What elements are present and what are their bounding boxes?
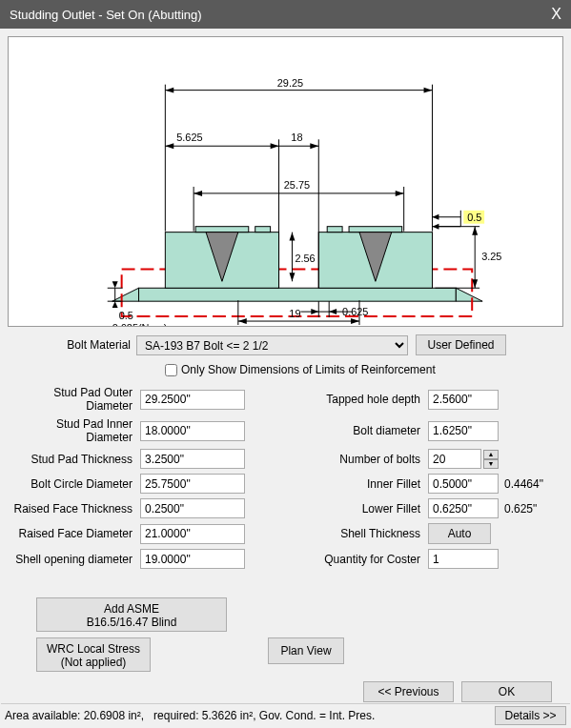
dim-bc: 25.75 (284, 179, 310, 191)
stud-pad-inner-label: Stud Pad Inner Diameter (8, 417, 136, 444)
dim-lower-fillet: 0.625 (342, 306, 368, 317)
raised-thick-input[interactable] (140, 498, 245, 518)
dim-h-pad: 3.25 (481, 251, 501, 262)
dim-tap: 2.56 (295, 253, 315, 264)
svg-marker-55 (351, 318, 359, 324)
dim-inner: 18 (291, 131, 302, 143)
bolt-material-select[interactable]: SA-193 B7 Bolt <= 2 1/2 (136, 335, 408, 355)
shell-thick-auto-button[interactable]: Auto (428, 523, 491, 544)
svg-marker-52 (329, 309, 336, 314)
raised-dia-input[interactable] (140, 524, 245, 544)
inner-fillet-calc: 0.4464" (502, 477, 548, 491)
svg-marker-19 (271, 143, 279, 149)
num-bolts-label: Number of bolts (310, 453, 424, 466)
details-button[interactable]: Details >> (495, 706, 566, 725)
dim-outer: 29.25 (277, 77, 303, 89)
wrc-local-stress-button[interactable]: WRC Local Stress (Not applied) (36, 637, 151, 672)
tap-depth-input[interactable] (428, 390, 499, 410)
svg-marker-37 (289, 273, 295, 281)
dim-raised: 0.5 (119, 310, 133, 321)
diagram-svg: 29.25 5.625 18 25.75 0.5 (9, 37, 562, 326)
stud-pad-inner-input[interactable] (140, 421, 245, 441)
dim-highlighted: 0.5 (467, 212, 481, 223)
window-title: Studding Outlet - Set On (Abutting) (10, 8, 202, 22)
close-icon[interactable]: X (551, 6, 561, 23)
bolt-dia-input[interactable] (428, 421, 499, 441)
raised-thick-label: Raised Face Thickness (8, 502, 136, 516)
raised-dia-label: Raised Face Diameter (8, 527, 136, 540)
previous-button[interactable]: << Previous (363, 681, 454, 702)
content-area: 29.25 5.625 18 25.75 0.5 (0, 29, 571, 728)
svg-marker-13 (165, 88, 173, 93)
svg-rect-5 (195, 227, 249, 233)
bolt-material-label: Bolt Material (8, 338, 136, 352)
titlebar: Studding Outlet - Set On (Abutting) X (0, 0, 571, 29)
svg-marker-36 (289, 233, 295, 241)
svg-rect-11 (327, 227, 342, 233)
svg-marker-26 (396, 191, 404, 196)
bolt-circle-label: Bolt Circle Diameter (8, 477, 136, 491)
svg-marker-14 (424, 88, 433, 93)
user-defined-button[interactable]: User Defined (416, 334, 506, 355)
status-text: Area available: 20.6908 in², required: 5… (5, 709, 375, 722)
inner-fillet-label: Inner Fillet (310, 477, 424, 491)
svg-marker-47 (112, 301, 118, 308)
tap-depth-label: Tapped hole depth (310, 393, 424, 406)
dim-pad-inner-radius: 5.625 (176, 131, 202, 143)
lower-fillet-input[interactable] (428, 498, 499, 518)
lower-fillet-calc: 0.625" (502, 502, 548, 516)
svg-rect-0 (139, 288, 457, 301)
svg-marker-22 (310, 143, 318, 149)
stud-pad-thick-label: Stud Pad Thickness (8, 453, 136, 466)
stud-pad-thick-input[interactable] (140, 449, 245, 469)
form-area: Bolt Material SA-193 B7 Bolt <= 2 1/2 Us… (8, 334, 563, 702)
diagram-panel: 29.25 5.625 18 25.75 0.5 (8, 36, 563, 327)
svg-rect-7 (255, 227, 271, 233)
num-bolts-down-icon[interactable]: ▼ (483, 459, 499, 469)
shell-open-label: Shell opening diameter (8, 553, 136, 566)
svg-marker-1 (112, 288, 139, 301)
svg-marker-51 (311, 309, 318, 314)
qty-coster-input[interactable] (428, 549, 499, 569)
svg-rect-9 (349, 227, 402, 233)
stud-pad-outer-label: Stud Pad Outer Diameter (8, 386, 136, 413)
add-asme-blind-button[interactable]: Add ASME B16.5/16.47 Blind (36, 597, 227, 632)
bolt-dia-label: Bolt diameter (310, 424, 424, 437)
shell-open-input[interactable] (140, 549, 245, 569)
svg-marker-25 (194, 191, 202, 196)
num-bolts-input[interactable] (428, 449, 481, 469)
limits-checkbox[interactable] (165, 364, 177, 376)
svg-marker-46 (112, 281, 118, 288)
inner-fillet-input[interactable] (428, 474, 499, 494)
svg-marker-2 (456, 288, 482, 301)
limits-checkbox-label: Only Show Dimensions of Limits of Reinfo… (181, 363, 436, 376)
svg-marker-39 (472, 227, 478, 235)
svg-marker-54 (238, 318, 247, 324)
svg-marker-18 (165, 143, 173, 149)
plan-view-button[interactable]: Plan View (268, 637, 344, 664)
dim-nom: 0.625(Nom) (112, 322, 168, 326)
lower-fillet-label: Lower Fillet (310, 502, 424, 516)
num-bolts-up-icon[interactable]: ▲ (483, 450, 499, 459)
qty-coster-label: Quantity for Coster (310, 553, 424, 566)
status-bar: Area available: 20.6908 in², required: 5… (1, 703, 570, 727)
bolt-circle-input[interactable] (140, 474, 245, 494)
stud-pad-outer-input[interactable] (140, 390, 245, 410)
svg-marker-31 (432, 214, 438, 220)
ok-button[interactable]: OK (461, 681, 552, 702)
dim-opening: 19 (289, 308, 300, 319)
shell-thick-label: Shell Thickness (310, 527, 424, 540)
